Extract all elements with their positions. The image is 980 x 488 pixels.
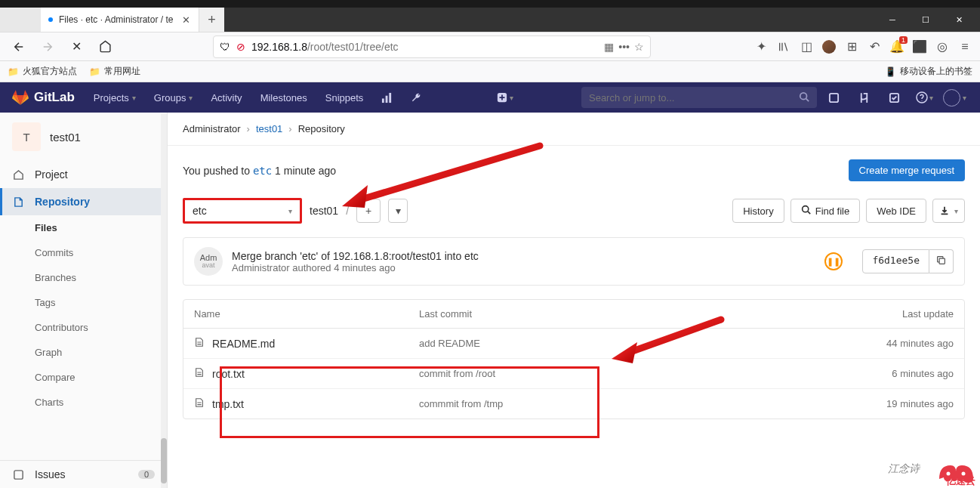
url-input[interactable]: 🛡 ⊘ 192.168.1.8/root/test01/tree/etc ▦ •… [213, 36, 651, 58]
sidebar-sub-commits[interactable]: Commits [0, 240, 167, 265]
plus-button[interactable]: ▾ [492, 82, 518, 113]
new-tab-button[interactable]: + [199, 8, 224, 32]
sidebar-icon[interactable]: ◫ [799, 39, 814, 54]
row-commit[interactable]: commmit from /tmp [419, 398, 840, 409]
th-name: Name [194, 308, 419, 320]
issues-icon[interactable] [821, 82, 847, 113]
maximize-button[interactable]: ☐ [909, 9, 942, 31]
profile-icon[interactable] [821, 39, 837, 54]
active-tab[interactable]: Files · etc · Administrator / te ✕ [41, 8, 199, 32]
grid-icon[interactable]: ⊞ [844, 39, 859, 54]
branch-select[interactable]: etc ▾ [183, 198, 302, 224]
menu-icon[interactable]: ≡ [957, 39, 972, 54]
sidebar-item-issues[interactable]: Issues 0 [0, 460, 167, 488]
history-button[interactable]: History [732, 199, 784, 223]
breadcrumb: Administrator › test01 › Repository [168, 113, 980, 146]
download-button[interactable]: ▾ [932, 199, 965, 223]
pipeline-status-icon[interactable]: ❚❚ [824, 252, 843, 270]
sidebar-project[interactable]: T test01 [0, 113, 167, 161]
download-icon[interactable]: ⬛ [912, 39, 927, 54]
file-name[interactable]: root.txt [212, 368, 245, 380]
svg-rect-2 [390, 92, 392, 102]
more-dropdown[interactable]: ▾ [388, 199, 408, 223]
sidebar-scrollbar[interactable] [161, 113, 167, 488]
search-input[interactable] [589, 92, 793, 103]
push-notice: You pushed to etc 1 minute ago Create me… [183, 159, 965, 181]
file-icon [194, 337, 205, 350]
find-file-button[interactable]: Find file [790, 199, 861, 223]
push-branch-link[interactable]: etc [253, 165, 272, 177]
forward-button[interactable] [36, 36, 59, 58]
library-icon[interactable] [776, 39, 791, 54]
sidebar-sub-contributors[interactable]: Contributors [0, 315, 167, 340]
back-button[interactable] [8, 36, 30, 58]
commit-title[interactable]: Merge branch 'etc' of 192.168.1.8:root/t… [232, 250, 815, 262]
table-row[interactable]: tmp.txt commmit from /tmp 19 minutes ago [183, 389, 964, 419]
minimize-button[interactable]: ─ [876, 9, 909, 31]
todos-icon[interactable] [882, 82, 908, 113]
add-button[interactable]: + [356, 199, 381, 223]
sidebar-sub-tags[interactable]: Tags [0, 290, 167, 315]
row-commit[interactable]: add README [419, 338, 840, 349]
table-header: Name Last commit Last update [183, 300, 964, 329]
gitlab-logo[interactable]: GitLab [12, 89, 75, 106]
nav-milestones[interactable]: Milestones [254, 82, 314, 113]
tab-title: Files · etc · Administrator / te [59, 14, 174, 25]
bookmark-mobile[interactable]: 📱移动设备上的书签 [885, 65, 972, 78]
nav-groups[interactable]: Groups ▾ [147, 82, 200, 113]
tab-spacer [0, 8, 41, 32]
bookmark-common[interactable]: 📁常用网址 [89, 65, 140, 78]
undo-icon[interactable]: ↶ [867, 39, 882, 54]
user-menu[interactable]: ▾ [942, 82, 968, 113]
close-window-button[interactable]: ✕ [942, 9, 975, 31]
sidebar-sub-branches[interactable]: Branches [0, 265, 167, 290]
sidebar-sub-compare[interactable]: Compare [0, 365, 167, 390]
more-icon[interactable]: ••• [618, 41, 630, 53]
folder-icon: 📁 [8, 66, 19, 77]
sidebar-sub-files[interactable]: Files [0, 215, 167, 240]
breadcrumb-admin[interactable]: Administrator [183, 123, 241, 134]
qr-icon[interactable]: ▦ [604, 41, 614, 53]
path-repo[interactable]: test01 [310, 205, 338, 217]
web-ide-button[interactable]: Web IDE [866, 199, 926, 223]
sidebar-sub-charts[interactable]: Charts [0, 390, 167, 415]
nav-projects[interactable]: Projects ▾ [87, 82, 143, 113]
nav-wrench-icon[interactable] [404, 82, 429, 113]
nav-analytics-icon[interactable] [374, 82, 399, 113]
sidebar-item-project[interactable]: Project [0, 161, 167, 188]
file-name[interactable]: tmp.txt [212, 398, 244, 410]
row-commit[interactable]: commit from /root [419, 368, 840, 379]
svg-rect-10 [939, 258, 945, 264]
push-suffix: 1 minute ago [272, 165, 336, 177]
home-button[interactable] [94, 36, 116, 58]
bookmark-firefox[interactable]: 📁火狐官方站点 [8, 65, 77, 78]
nav-activity[interactable]: Activity [204, 82, 248, 113]
table-row[interactable]: root.txt commit from /root 6 minutes ago [183, 359, 964, 389]
project-avatar: T [12, 122, 41, 151]
create-merge-request-button[interactable]: Create merge request [849, 159, 965, 181]
svg-point-4 [800, 92, 807, 99]
commit-author[interactable]: Administrator [232, 262, 290, 273]
search-box[interactable] [581, 87, 817, 108]
gitlab-fox-icon [12, 89, 29, 106]
capture-icon[interactable]: ◎ [935, 39, 950, 54]
close-icon[interactable]: ✕ [180, 14, 191, 25]
file-icon [194, 397, 205, 410]
extension-icon[interactable]: ✦ [753, 39, 769, 54]
nav-snippets[interactable]: Snippets [319, 82, 371, 113]
star-icon[interactable]: ☆ [634, 41, 644, 53]
sidebar-sub-graph[interactable]: Graph [0, 340, 167, 365]
merge-requests-icon[interactable] [852, 82, 877, 113]
sidebar-item-repository[interactable]: Repository [0, 188, 167, 215]
commit-verb: authored [290, 262, 334, 273]
table-row[interactable]: README.md add README 44 minutes ago [183, 329, 964, 359]
notif-icon[interactable]: 🔔1 [889, 39, 904, 54]
stop-button[interactable]: ✕ [65, 36, 88, 58]
th-update: Last update [840, 308, 954, 320]
commit-sha[interactable]: f6d1ee5e [862, 249, 929, 273]
watermark-text: 江念诗 [888, 462, 920, 476]
help-icon[interactable]: ▾ [912, 82, 938, 113]
copy-sha-button[interactable] [929, 249, 954, 273]
file-name[interactable]: README.md [212, 338, 275, 350]
breadcrumb-project[interactable]: test01 [256, 123, 282, 134]
